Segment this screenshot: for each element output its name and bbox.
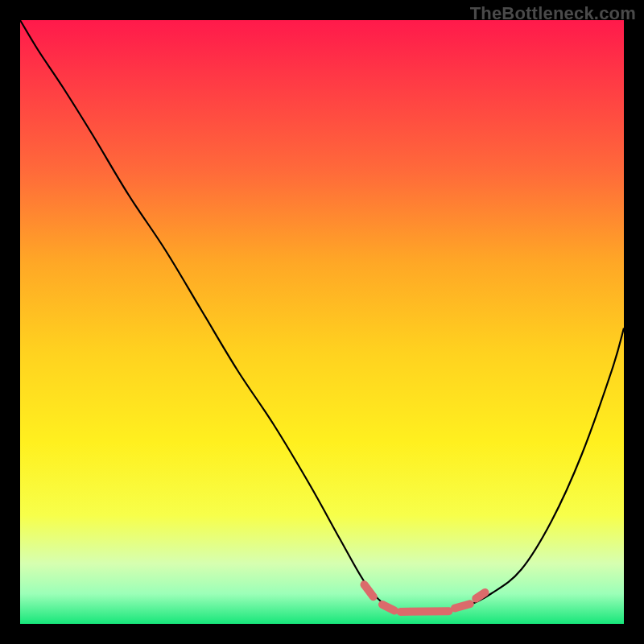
marker-segment-2 (401, 611, 449, 612)
plot-area (20, 20, 624, 624)
marker-segment-4 (476, 592, 485, 599)
chart-frame: TheBottleneck.com (0, 0, 644, 644)
marker-segment-1 (382, 605, 394, 611)
gradient-background (20, 20, 624, 624)
watermark-text: TheBottleneck.com (470, 3, 636, 24)
chart-svg (20, 20, 624, 624)
marker-segment-3 (455, 604, 470, 608)
